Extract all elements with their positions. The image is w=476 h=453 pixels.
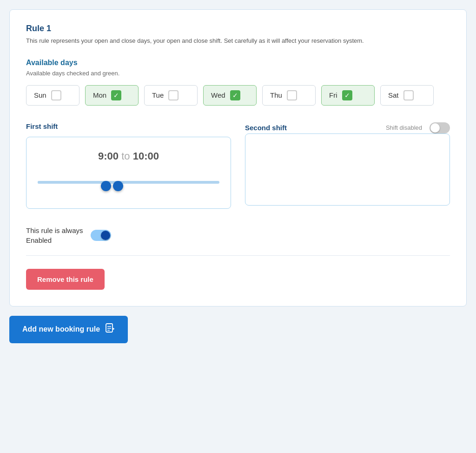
day-sat-checkbox[interactable]: [403, 90, 414, 100]
shift-time-end: 10:00: [133, 150, 159, 162]
day-thu[interactable]: Thu: [262, 85, 316, 106]
toggle-knob: [430, 123, 440, 133]
shift-time-separator: to: [121, 150, 132, 162]
day-thu-label: Thu: [270, 91, 282, 99]
day-tue-checkbox[interactable]: [168, 90, 178, 100]
first-shift-header: First shift: [26, 122, 231, 130]
always-enabled-toggle[interactable]: [91, 230, 111, 241]
day-wed-label: Wed: [211, 91, 225, 99]
day-sun-label: Sun: [34, 91, 46, 99]
check-icon: ✓: [344, 92, 350, 99]
day-wed-checkbox[interactable]: ✓: [230, 90, 240, 100]
first-shift-section: First shift 9:00 to 10:00: [26, 122, 231, 209]
svg-rect-0: [106, 324, 112, 332]
day-tue-label: Tue: [152, 91, 164, 99]
day-sat[interactable]: Sat: [380, 85, 434, 106]
rule-title: Rule 1: [26, 24, 450, 33]
days-row: Sun Mon ✓ Tue Wed ✓: [26, 85, 450, 106]
day-wed[interactable]: Wed ✓: [203, 85, 257, 106]
day-sun-checkbox[interactable]: [51, 90, 61, 100]
rule-description: This rule represents your open and close…: [26, 36, 450, 46]
day-mon-label: Mon: [93, 91, 106, 99]
second-shift-box: [245, 133, 450, 206]
first-shift-slider[interactable]: [38, 175, 219, 189]
first-shift-box: 9:00 to 10:00: [26, 137, 231, 209]
shifts-row: First shift 9:00 to 10:00: [26, 122, 450, 209]
day-fri-checkbox[interactable]: ✓: [342, 90, 352, 100]
slider-handle-start[interactable]: [101, 181, 111, 191]
check-icon: ✓: [113, 92, 119, 99]
document-icon: [106, 323, 115, 336]
slider-handle-end[interactable]: [113, 181, 123, 191]
remove-rule-button[interactable]: Remove this rule: [26, 269, 105, 290]
page-container: Rule 1 This rule represents your open an…: [9, 9, 467, 343]
rule-card: Rule 1 This rule represents your open an…: [9, 9, 467, 306]
add-booking-button[interactable]: Add new booking rule: [9, 316, 128, 343]
day-tue[interactable]: Tue: [144, 85, 198, 106]
always-enabled-section: This rule is alwaysEnabled: [26, 226, 450, 256]
available-days-subtitle: Available days checked and green.: [26, 70, 450, 77]
second-shift-section: Second shift Shift disabled: [245, 122, 450, 209]
shift-disabled-label: Shift disabled: [386, 124, 422, 131]
second-shift-toggle[interactable]: [430, 122, 450, 133]
add-booking-label: Add new booking rule: [22, 325, 100, 333]
shift-time-start: 9:00: [98, 150, 119, 162]
day-sun[interactable]: Sun: [26, 85, 79, 106]
second-shift-title: Second shift: [245, 124, 287, 132]
shift-time-display: 9:00 to 10:00: [98, 150, 159, 162]
first-shift-title: First shift: [26, 122, 58, 130]
second-shift-header: Second shift Shift disabled: [245, 122, 450, 133]
day-sat-label: Sat: [388, 91, 399, 99]
always-enabled-label: This rule is alwaysEnabled: [26, 226, 83, 245]
day-fri-label: Fri: [329, 91, 337, 99]
day-mon[interactable]: Mon ✓: [85, 85, 139, 106]
available-days-title: Available days: [26, 59, 450, 67]
always-enabled-knob: [101, 231, 110, 240]
day-fri[interactable]: Fri ✓: [321, 85, 375, 106]
slider-handles[interactable]: [101, 181, 123, 191]
day-thu-checkbox[interactable]: [287, 90, 297, 100]
slider-track: [38, 181, 219, 184]
day-mon-checkbox[interactable]: ✓: [111, 90, 121, 100]
check-icon: ✓: [232, 92, 238, 99]
